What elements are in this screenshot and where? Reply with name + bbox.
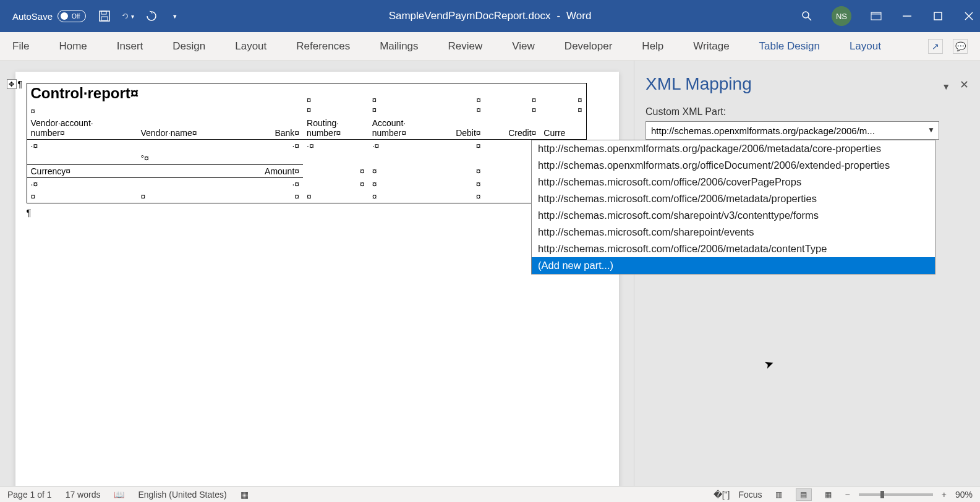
status-bar: Page 1 of 1 17 words 📖 English (United S… — [0, 486, 980, 502]
user-avatar[interactable]: NS — [832, 6, 851, 26]
qat-customize-icon[interactable]: ▾ — [169, 10, 181, 22]
tab-table-layout[interactable]: Layout — [850, 40, 881, 53]
col-vendor-account: Vendor·account·number¤ — [27, 117, 137, 140]
col-credit: Credit¤ — [485, 117, 540, 140]
panel-close-icon[interactable]: ✕ — [960, 78, 969, 91]
document-name: SampleVendPaymDocReport.docx — [389, 10, 551, 22]
svg-line-4 — [808, 17, 811, 20]
tab-table-design[interactable]: Table Design — [759, 40, 820, 53]
undo-icon[interactable]: ▾ — [122, 10, 134, 22]
window-title: SampleVendPaymDocReport.docx - Word — [389, 10, 592, 22]
tab-design[interactable]: Design — [173, 40, 205, 53]
share-icon[interactable]: ↗ — [928, 39, 943, 54]
dropdown-option-add-new[interactable]: (Add new part...) — [532, 257, 935, 274]
save-icon[interactable] — [98, 10, 111, 22]
quick-access-toolbar: ▾ ▾ — [98, 10, 181, 22]
comments-icon[interactable]: 💬 — [953, 39, 968, 54]
paragraph-mark-icon: ¶ — [27, 207, 608, 218]
tab-writage[interactable]: Writage — [693, 40, 729, 53]
chevron-down-icon: ▼ — [927, 126, 935, 134]
zoom-in-icon[interactable]: + — [942, 490, 947, 500]
zoom-level[interactable]: 90% — [955, 490, 973, 500]
status-page[interactable]: Page 1 of 1 — [7, 490, 52, 500]
pilcrow-icon: ¶ — [18, 79, 23, 89]
col-routing: Routing·number¤ — [303, 117, 369, 140]
zoom-thumb-icon[interactable] — [880, 491, 884, 498]
user-initials: NS — [836, 12, 847, 21]
table-move-handle-icon[interactable]: ✥ — [7, 79, 17, 89]
maximize-icon[interactable] — [932, 10, 944, 22]
autosave-state: Off — [72, 13, 80, 20]
dropdown-option[interactable]: http://schemas.microsoft.com/sharepoint/… — [532, 224, 935, 240]
ribbon-tabs: File Home Insert Design Layout Reference… — [0, 32, 980, 61]
combo-value: http://schemas.openxmlformats.org/packag… — [651, 126, 875, 136]
title-bar: AutoSave Off ▾ ▾ SampleVendPaymDocReport… — [0, 0, 980, 32]
ribbon-display-icon[interactable] — [870, 10, 882, 22]
focus-mode-icon[interactable]: �["] — [714, 490, 730, 500]
tab-home[interactable]: Home — [59, 40, 87, 53]
autosave-toggle[interactable]: Off — [58, 10, 86, 22]
col-bank: Bank¤ — [237, 117, 303, 140]
svg-rect-2 — [101, 17, 108, 20]
svg-rect-0 — [100, 11, 109, 21]
dropdown-option[interactable]: http://schemas.openxmlformats.org/office… — [532, 157, 935, 174]
autosave-label: AutoSave — [12, 11, 53, 22]
tab-view[interactable]: View — [512, 40, 535, 53]
read-mode-icon[interactable]: ▥ — [771, 488, 787, 501]
svg-rect-6 — [871, 12, 881, 15]
document-table[interactable]: Control·report¤¤ ¤¤ ¤¤ ¤¤ ¤¤ ¤¤ Vendor·a… — [27, 83, 587, 203]
macro-icon[interactable]: ▦ — [241, 490, 249, 500]
dropdown-option[interactable]: http://schemas.microsoft.com/office/2006… — [532, 240, 935, 257]
ribbon-right-controls: ↗ 💬 — [928, 39, 968, 54]
tab-review[interactable]: Review — [448, 40, 483, 53]
tab-mailings[interactable]: Mailings — [380, 40, 418, 53]
document-page: ✥ ¶ Control·report¤¤ ¤¤ ¤¤ ¤¤ ¤¤ ¤¤ Vend… — [15, 72, 619, 502]
xml-part-dropdown[interactable]: http://schemas.openxmlformats.org/packag… — [531, 140, 935, 274]
tab-references[interactable]: References — [296, 40, 350, 53]
dropdown-option[interactable]: http://schemas.microsoft.com/sharepoint/… — [532, 207, 935, 224]
minimize-icon[interactable] — [901, 10, 913, 22]
focus-label[interactable]: Focus — [738, 490, 762, 500]
zoom-out-icon[interactable]: − — [845, 490, 850, 500]
sub-currency: Currency¤ — [27, 165, 137, 178]
status-language[interactable]: English (United States) — [138, 490, 226, 500]
app-name: Word — [566, 10, 591, 22]
svg-rect-8 — [934, 12, 942, 20]
tab-layout[interactable]: Layout — [235, 40, 266, 53]
panel-menu-icon[interactable]: ▼ — [942, 82, 950, 91]
close-icon[interactable] — [963, 10, 975, 22]
col-debit: Debit¤ — [433, 117, 484, 140]
autosave-group: AutoSave Off — [12, 10, 86, 22]
zoom-slider[interactable] — [859, 493, 933, 496]
dropdown-option[interactable]: http://schemas.microsoft.com/office/2006… — [532, 174, 935, 190]
tab-developer[interactable]: Developer — [565, 40, 613, 53]
title-separator: - — [556, 10, 560, 22]
dropdown-option[interactable]: http://schemas.microsoft.com/office/2006… — [532, 190, 935, 207]
web-layout-icon[interactable]: ▦ — [820, 488, 837, 501]
panel-label: Custom XML Part: — [646, 106, 969, 117]
svg-point-3 — [803, 12, 809, 18]
col-account: Account·number¤ — [369, 117, 434, 140]
dropdown-option[interactable]: http://schemas.openxmlformats.org/packag… — [532, 140, 935, 157]
doc-heading: Control·report¤ — [31, 85, 300, 102]
col-currency: Curre — [540, 117, 586, 140]
tab-insert[interactable]: Insert — [117, 40, 143, 53]
sub-amount: Amount¤ — [237, 165, 303, 178]
xml-part-combo[interactable]: http://schemas.openxmlformats.org/packag… — [646, 121, 939, 140]
spellcheck-icon[interactable]: 📖 — [114, 490, 124, 500]
status-words[interactable]: 17 words — [66, 490, 101, 500]
print-layout-icon[interactable]: ▤ — [796, 488, 812, 501]
redo-icon[interactable] — [145, 10, 158, 22]
panel-title: XML Mapping — [646, 74, 969, 94]
autosave-knob-icon — [61, 12, 68, 20]
tab-help[interactable]: Help — [642, 40, 663, 53]
titlebar-right: NS — [801, 6, 975, 26]
status-right: �["] Focus ▥ ▤ ▦ − + 90% — [714, 488, 973, 501]
tab-file[interactable]: File — [12, 40, 29, 53]
col-vendor-name: Vendor·name¤ — [137, 117, 237, 140]
search-icon[interactable] — [801, 10, 813, 22]
